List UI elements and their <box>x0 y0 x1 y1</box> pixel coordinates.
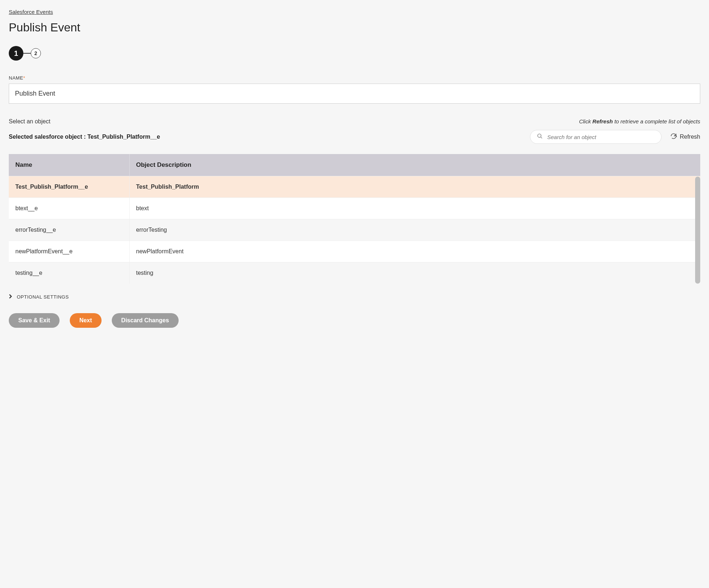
table-row[interactable]: Test_Publish_Platform__eTest_Publish_Pla… <box>9 176 700 198</box>
svg-line-1 <box>541 137 542 138</box>
table-row[interactable]: testing__etesting <box>9 262 700 284</box>
cell-desc: testing <box>129 262 700 284</box>
chevron-right-icon <box>9 294 12 300</box>
table-row[interactable]: errorTesting__eerrorTesting <box>9 219 700 241</box>
name-field-label: NAME* <box>9 75 700 81</box>
name-input[interactable] <box>9 84 700 104</box>
refresh-label: Refresh <box>680 134 700 140</box>
step-1[interactable]: 1 <box>9 46 23 61</box>
next-button[interactable]: Next <box>70 313 102 328</box>
cell-desc: Test_Publish_Platform <box>129 176 700 198</box>
scrollbar-track[interactable] <box>695 177 700 284</box>
svg-point-0 <box>538 134 541 137</box>
cell-name: Test_Publish_Platform__e <box>9 176 129 198</box>
search-box[interactable] <box>530 130 662 144</box>
cell-name: errorTesting__e <box>9 219 129 241</box>
refresh-button[interactable]: Refresh <box>670 133 700 141</box>
optional-settings-toggle[interactable]: OPTIONAL SETTINGS <box>9 294 700 300</box>
search-icon <box>537 133 547 141</box>
col-header-name[interactable]: Name <box>9 154 129 176</box>
required-indicator: * <box>23 75 26 81</box>
select-object-label: Select an object <box>9 118 50 125</box>
stepper: 1 2 <box>9 46 700 61</box>
cell-name: btext__e <box>9 198 129 219</box>
scrollbar-thumb[interactable] <box>695 177 700 284</box>
breadcrumb-link[interactable]: Salesforce Events <box>9 9 53 15</box>
cell-desc: newPlatformEvent <box>129 241 700 262</box>
save-exit-button[interactable]: Save & Exit <box>9 313 60 328</box>
table-row[interactable]: newPlatformEvent__enewPlatformEvent <box>9 241 700 262</box>
cell-name: testing__e <box>9 262 129 284</box>
table-row[interactable]: btext__ebtext <box>9 198 700 219</box>
col-header-desc[interactable]: Object Description <box>129 154 700 176</box>
cell-name: newPlatformEvent__e <box>9 241 129 262</box>
cell-desc: btext <box>129 198 700 219</box>
refresh-icon <box>670 133 677 141</box>
object-table: Name Object Description Test_Publish_Pla… <box>9 154 700 284</box>
page-title: Publish Event <box>9 21 700 34</box>
discard-button[interactable]: Discard Changes <box>112 313 179 328</box>
search-input[interactable] <box>547 134 655 140</box>
selected-object-display: Selected salesforce object : Test_Publis… <box>9 134 160 140</box>
step-connector <box>23 53 31 54</box>
step-2[interactable]: 2 <box>31 48 41 58</box>
refresh-hint: Click Refresh to retrieve a complete lis… <box>579 118 700 124</box>
cell-desc: errorTesting <box>129 219 700 241</box>
optional-settings-label: OPTIONAL SETTINGS <box>17 294 69 300</box>
